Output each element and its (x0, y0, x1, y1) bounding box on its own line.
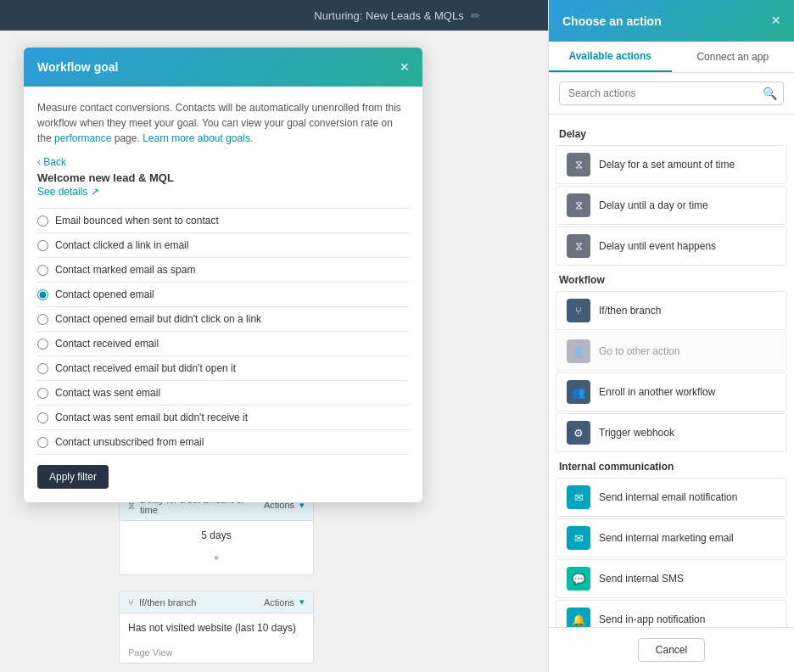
action-panel-title: Choose an action (562, 14, 662, 28)
radio-label: Contact received email but didn't open i… (55, 362, 236, 374)
radio-input[interactable] (37, 240, 48, 251)
radio-item[interactable]: Contact was sent email (37, 381, 409, 406)
radio-input[interactable] (37, 437, 48, 448)
radio-label: Contact marked email as spam (55, 264, 195, 276)
radio-label: Contact clicked a link in email (55, 239, 188, 251)
action-group-title: Workflow (549, 267, 794, 289)
radio-item[interactable]: Contact was sent email but didn't receiv… (37, 406, 409, 430)
action-item: 👤Go to other action (556, 332, 787, 371)
radio-input[interactable] (37, 216, 48, 227)
radio-item[interactable]: Contact unsubscribed from email (37, 430, 409, 455)
action-item-label: If/then branch (599, 305, 661, 316)
action-item[interactable]: ⧖Delay until event happens (556, 227, 787, 266)
action-item-label: Enroll in another workflow (599, 386, 715, 398)
action-item-label: Go to other action (599, 345, 679, 357)
hourglass-icon: ⧖ (567, 234, 590, 258)
action-item-label: Send internal SMS (599, 573, 684, 585)
action-item-label: Delay until event happens (599, 240, 716, 252)
radio-input[interactable] (37, 412, 48, 423)
see-details-link[interactable]: See details ↗ (37, 186, 99, 198)
bell-icon: 🔔 (567, 608, 590, 627)
radio-item[interactable]: Email bounced when sent to contact (37, 209, 409, 233)
radio-item[interactable]: Contact opened email but didn't click on… (37, 307, 409, 332)
action-item-label: Send internal marketing email (599, 532, 734, 544)
radio-label: Contact opened email but didn't click on… (55, 313, 261, 325)
action-item-label: Send internal email notification (599, 491, 737, 503)
radio-label: Contact received email (55, 338, 159, 350)
action-list: Delay⧖Delay for a set amount of time⧖Del… (549, 115, 794, 627)
action-group-title: Internal communication (549, 454, 794, 476)
radio-label: Contact opened email (55, 288, 154, 300)
action-tab[interactable]: Connect an app (672, 42, 795, 72)
action-item[interactable]: ✉Send internal email notification (556, 478, 787, 517)
action-panel-tabs: Available actionsConnect an app (549, 42, 794, 73)
action-item-label: Delay for a set amount of time (599, 159, 735, 171)
radio-label: Contact was sent email but didn't receiv… (55, 412, 248, 423)
action-item[interactable]: ✉Send internal marketing email (556, 518, 787, 557)
person-add-icon: 👥 (567, 380, 590, 404)
action-item[interactable]: ⧖Delay for a set amount of time (556, 145, 787, 184)
action-group-title: Delay (549, 121, 794, 143)
branch-icon: ⑂ (567, 299, 590, 322)
modal-title: Workflow goal (37, 60, 118, 74)
action-item[interactable]: ⑂If/then branch (556, 291, 787, 330)
modal-body: Measure contact conversions. Contacts wi… (24, 87, 422, 502)
action-item[interactable]: 🔔Send in-app notification (556, 600, 787, 627)
workflow-goal-modal: Workflow goal × Measure contact conversi… (24, 48, 422, 502)
radio-item[interactable]: Contact received email (37, 332, 409, 356)
person-icon: 👤 (567, 339, 590, 363)
sms-icon: 💬 (567, 567, 590, 591)
action-item[interactable]: ⧖Delay until a day or time (556, 186, 787, 225)
action-item-label: Send in-app notification (599, 613, 705, 625)
radio-item[interactable]: Contact marked email as spam (37, 258, 409, 283)
radio-input[interactable] (37, 289, 48, 300)
action-item[interactable]: ⚙Trigger webhook (556, 413, 787, 452)
learn-more-link[interactable]: Learn more about goals. (143, 132, 253, 144)
search-icon: 🔍 (763, 87, 777, 100)
modal-header: Workflow goal × (24, 48, 422, 87)
search-input[interactable] (559, 81, 784, 105)
radio-label: Email bounced when sent to contact (55, 215, 219, 227)
edit-title-icon[interactable]: ✏ (471, 9, 480, 22)
hourglass-icon: ⧖ (567, 193, 590, 217)
section-title: Welcome new lead & MQL (37, 171, 409, 184)
back-link[interactable]: Back (43, 156, 66, 168)
action-tab[interactable]: Available actions (549, 42, 672, 72)
action-item[interactable]: 👥Enroll in another workflow (556, 372, 787, 412)
action-item-label: Trigger webhook (599, 427, 674, 439)
radio-label: Contact was sent email (55, 387, 160, 399)
radio-list: Email bounced when sent to contactContac… (37, 208, 409, 455)
action-panel-close-button[interactable]: × (771, 12, 780, 30)
hourglass-icon: ⧖ (567, 153, 590, 176)
radio-input[interactable] (37, 388, 48, 399)
email-icon: ✉ (567, 526, 590, 550)
apply-filter-button[interactable]: Apply filter (37, 465, 109, 489)
workflow-title: Nurturing: New Leads & MQLs (314, 9, 463, 22)
action-panel-footer: Cancel (549, 627, 794, 672)
radio-item[interactable]: Contact received email but didn't open i… (37, 356, 409, 381)
modal-back: Back (37, 156, 409, 168)
performance-link[interactable]: performance (54, 132, 111, 144)
gear-icon: ⚙ (567, 421, 590, 445)
email-icon: ✉ (567, 485, 590, 509)
radio-input[interactable] (37, 363, 48, 374)
modal-description: Measure contact conversions. Contacts wi… (37, 100, 409, 146)
cancel-button[interactable]: Cancel (638, 638, 705, 662)
radio-input[interactable] (37, 265, 48, 276)
radio-input[interactable] (37, 339, 48, 350)
action-panel-header: Choose an action × (549, 0, 794, 42)
radio-label: Contact unsubscribed from email (55, 436, 204, 448)
radio-input[interactable] (37, 314, 48, 325)
action-search: 🔍 (549, 73, 794, 115)
modal-close-button[interactable]: × (400, 59, 409, 75)
radio-item[interactable]: Contact clicked a link in email (37, 233, 409, 258)
radio-item[interactable]: Contact opened email (37, 283, 409, 307)
section-link: See details ↗ (37, 186, 409, 198)
action-panel: Choose an action × Available actionsConn… (548, 0, 794, 672)
action-item-label: Delay until a day or time (599, 199, 708, 211)
action-item[interactable]: 💬Send internal SMS (556, 559, 787, 598)
